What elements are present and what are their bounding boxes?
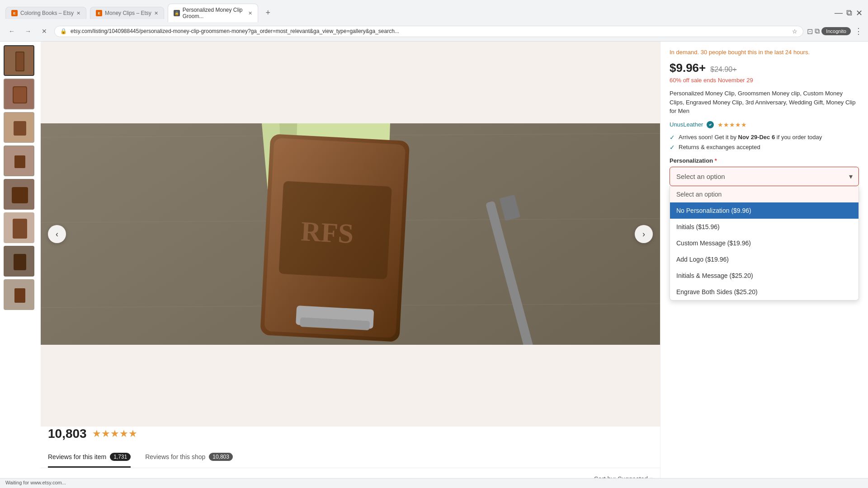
tab-item-badge: 1,731	[110, 453, 131, 461]
new-tab-button[interactable]: +	[262, 7, 274, 19]
option-initials[interactable]: Initials ($15.96)	[670, 219, 859, 235]
next-arrow-icon: ›	[642, 230, 645, 239]
option-add-logo[interactable]: Add Logo ($19.96)	[670, 251, 859, 267]
tab3-close-icon[interactable]: ✕	[248, 10, 252, 16]
next-image-button[interactable]: ›	[635, 225, 653, 243]
seller-stars: ★★★★★	[717, 121, 747, 128]
personalization-dropdown[interactable]: Select an option	[670, 167, 859, 186]
option-placeholder[interactable]: Select an option	[670, 186, 859, 202]
page-content: RFS ‹ › 10,803 ★★★★★ Re	[0, 42, 868, 488]
forward-button[interactable]: →	[22, 25, 34, 38]
thumbnail-3[interactable]	[4, 112, 34, 143]
tab3-favicon: 🔒	[174, 10, 180, 16]
tab-shop-badge: 10,803	[209, 453, 233, 461]
status-bar: Waiting for www.etsy.com...	[0, 478, 868, 488]
price-row: $9.96+ $24.90+	[670, 61, 859, 75]
lock-icon: 🔒	[60, 28, 67, 34]
check-delivery-icon: ✓	[670, 134, 675, 141]
browser-tab-3[interactable]: 🔒 Personalized Money Clip Groom... ✕	[168, 4, 258, 22]
demand-banner: In demand. 30 people bought this in the …	[670, 49, 859, 56]
tab1-favicon: E	[11, 10, 18, 16]
address-text: etsy.com/listing/1040988445/personalized…	[71, 28, 788, 34]
tab-reviews-item[interactable]: Reviews for this item 1,731	[48, 448, 131, 468]
thumbnail-1[interactable]	[4, 45, 34, 76]
tab1-title: Coloring Books – Etsy	[20, 10, 74, 16]
browser-addressbar: ← → ✕ 🔒 etsy.com/listing/1040988445/pers…	[0, 22, 868, 41]
option-engrave-both[interactable]: Engrave Both Sides ($25.20)	[670, 284, 859, 300]
tab2-title: Money Clips – Etsy	[105, 10, 151, 16]
extension-icon[interactable]: ⧉	[815, 27, 820, 35]
sale-badge: 60% off sale ends November 29	[670, 77, 859, 84]
price-original: $24.90+	[710, 66, 736, 74]
seller-name[interactable]: UnusLeather	[670, 121, 703, 128]
restore-button[interactable]: ⧉	[846, 8, 852, 18]
seller-verified-icon	[707, 121, 714, 128]
returns-text: Returns & exchanges accepted	[679, 144, 760, 150]
tab2-close-icon[interactable]: ✕	[154, 10, 158, 16]
svg-rect-15	[14, 254, 26, 270]
status-text: Waiting for www.etsy.com...	[5, 480, 66, 485]
check-returns-icon: ✓	[670, 144, 675, 151]
reviews-summary-row: 10,803 ★★★★★	[41, 427, 660, 441]
thumbnail-5[interactable]	[4, 179, 34, 210]
product-main-image: RFS	[41, 123, 660, 345]
address-bar[interactable]: 🔒 etsy.com/listing/1040988445/personaliz…	[54, 26, 803, 37]
browser-titlebar: E Coloring Books – Etsy ✕ E Money Clips …	[0, 0, 868, 22]
browser-chrome: E Coloring Books – Etsy ✕ E Money Clips …	[0, 0, 868, 42]
dropdown-selected-text: Select an option	[676, 173, 725, 180]
returns-item: ✓ Returns & exchanges accepted	[670, 144, 859, 151]
thumbnail-7[interactable]	[4, 246, 34, 277]
reviews-stars: ★★★★★	[92, 428, 137, 440]
bookmark-icon[interactable]: ☆	[792, 28, 797, 35]
close-window-button[interactable]: ✕	[856, 8, 863, 18]
thumbnail-sidebar	[0, 42, 41, 488]
option-custom-message[interactable]: Custom Message ($19.96)	[670, 235, 859, 251]
main-image-area: RFS ‹ ›	[41, 42, 660, 427]
option-no-personalization[interactable]: No Personalization ($9.96)	[670, 202, 859, 219]
minimize-button[interactable]: —	[835, 8, 843, 18]
personalization-dropdown-container: Select an option ▾ Select an option No P…	[670, 167, 859, 186]
seller-row: UnusLeather ★★★★★	[670, 121, 859, 128]
svg-rect-2	[16, 52, 24, 70]
incognito-badge: Incognito	[821, 27, 851, 35]
tab-item-label: Reviews for this item	[48, 453, 106, 460]
svg-rect-7	[14, 121, 26, 136]
svg-rect-13	[13, 219, 27, 239]
svg-rect-11	[12, 187, 28, 203]
cast-icon[interactable]: ⊡	[807, 27, 813, 36]
prev-arrow-icon: ‹	[56, 230, 58, 239]
required-star: *	[715, 157, 717, 164]
tab2-favicon: E	[96, 10, 102, 16]
tab3-title: Personalized Money Clip Groom...	[183, 7, 245, 19]
main-column: RFS ‹ › 10,803 ★★★★★ Re	[41, 42, 660, 488]
menu-icon[interactable]: ⋮	[854, 26, 863, 36]
reload-button[interactable]: ✕	[38, 25, 51, 38]
svg-rect-5	[14, 87, 26, 103]
thumbnail-6[interactable]	[4, 212, 34, 243]
reviews-tabs: Reviews for this item 1,731 Reviews for …	[41, 448, 660, 468]
option-initials-message[interactable]: Initials & Message ($25.20)	[670, 267, 859, 284]
thumbnail-4[interactable]	[4, 145, 34, 176]
delivery-item: ✓ Arrives soon! Get it by Nov 29-Dec 6 i…	[670, 134, 859, 141]
delivery-text: Arrives soon! Get it by Nov 29-Dec 6 if …	[679, 134, 822, 141]
prev-image-button[interactable]: ‹	[48, 225, 66, 243]
browser-tab-1[interactable]: E Coloring Books – Etsy ✕	[5, 7, 86, 19]
tab-shop-label: Reviews for this shop	[145, 453, 205, 460]
svg-rect-9	[14, 155, 25, 168]
browser-tab-2[interactable]: E Money Clips – Etsy ✕	[90, 7, 164, 19]
tab1-close-icon[interactable]: ✕	[76, 10, 80, 16]
thumbnail-2[interactable]	[4, 79, 34, 109]
product-panel: In demand. 30 people bought this in the …	[660, 42, 868, 488]
svg-rect-17	[14, 288, 25, 303]
product-title: Personalized Money Clip, Groomsmen Money…	[670, 89, 859, 116]
back-button[interactable]: ←	[5, 25, 18, 38]
reviews-total-count: 10,803	[48, 427, 87, 441]
svg-text:RFS: RFS	[300, 216, 354, 249]
checkmark-items: ✓ Arrives soon! Get it by Nov 29-Dec 6 i…	[670, 134, 859, 151]
personalization-options-list: Select an option No Personalization ($9.…	[670, 186, 859, 300]
tab-reviews-shop[interactable]: Reviews for this shop 10,803	[145, 448, 233, 468]
personalization-label: Personalization *	[670, 157, 859, 164]
thumbnail-8[interactable]	[4, 279, 34, 310]
price-current: $9.96+	[670, 61, 706, 75]
